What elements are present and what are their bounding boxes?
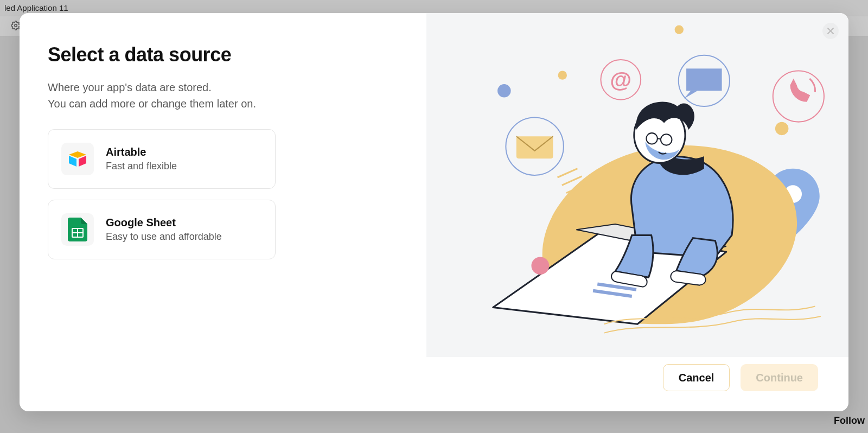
modal-subtitle-line1: Where your app's data are stored. — [48, 81, 212, 93]
modal-subtitle-line2: You can add more or change them later on… — [48, 98, 256, 110]
illustration: @ — [426, 13, 848, 346]
svg-rect-18 — [686, 68, 722, 91]
option-airtable[interactable]: Airtable Fast and flexible — [48, 129, 276, 189]
option-google-sheet[interactable]: Google Sheet Easy to use and affordable — [48, 200, 276, 259]
continue-button[interactable]: Continue — [741, 364, 818, 391]
option-title: Airtable — [106, 146, 177, 158]
svg-point-10 — [675, 26, 684, 34]
option-desc: Easy to use and affordable — [106, 231, 222, 243]
svg-marker-3 — [79, 156, 86, 167]
airtable-icon — [61, 143, 94, 175]
svg-line-27 — [658, 138, 661, 139]
modal-subtitle: Where your app's data are stored. You ca… — [48, 79, 396, 112]
svg-marker-2 — [69, 156, 76, 167]
svg-point-21 — [531, 257, 549, 275]
svg-line-28 — [558, 169, 578, 177]
option-desc: Fast and flexible — [106, 161, 177, 172]
modal-left-pane: Select a data source Where your app's da… — [20, 13, 426, 357]
cancel-button[interactable]: Cancel — [663, 364, 730, 391]
svg-point-11 — [558, 71, 567, 79]
data-source-modal: Select a data source Where your app's da… — [20, 13, 848, 411]
svg-rect-14 — [516, 136, 553, 158]
svg-point-9 — [497, 84, 511, 98]
svg-point-12 — [775, 122, 789, 136]
google-sheets-icon — [61, 213, 94, 246]
modal-title: Select a data source — [48, 43, 396, 66]
svg-text:@: @ — [610, 67, 631, 92]
modal-footer: Cancel Continue — [20, 357, 848, 411]
modal-illustration-pane: @ — [426, 13, 848, 357]
option-title: Google Sheet — [106, 217, 222, 229]
